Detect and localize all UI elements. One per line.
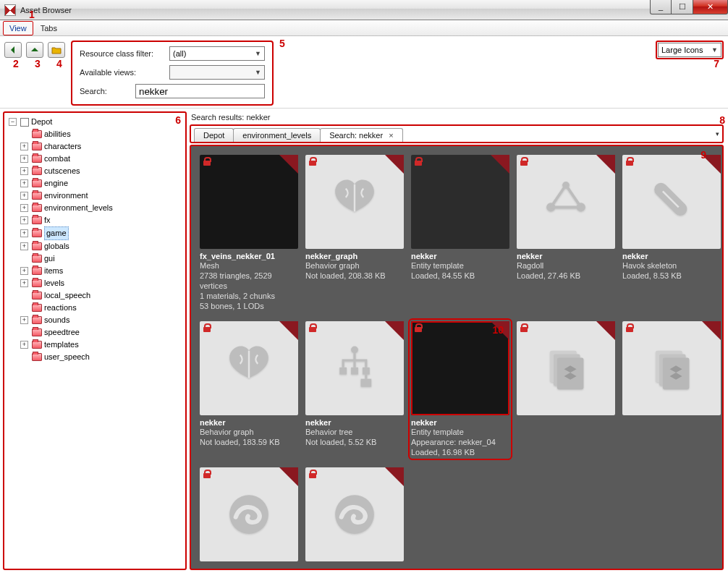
callout-3: 3 bbox=[35, 58, 41, 69]
window-minimize-button[interactable]: _ bbox=[650, 0, 672, 14]
tree-item[interactable]: user_speech bbox=[20, 351, 182, 363]
tree-item[interactable]: +globals bbox=[20, 240, 182, 252]
search-input[interactable] bbox=[135, 84, 265, 98]
asset-name: nekker bbox=[622, 252, 721, 260]
menubar: View Tabs bbox=[0, 20, 728, 36]
asset-thumbnail bbox=[411, 155, 509, 249]
callout-2: 2 bbox=[13, 58, 19, 69]
corner-tag bbox=[279, 467, 298, 486]
folder-icon bbox=[32, 328, 42, 336]
tree-item[interactable]: +levels bbox=[20, 277, 182, 289]
tree-item[interactable]: +game bbox=[20, 226, 182, 240]
window-maximize-button[interactable]: ☐ bbox=[672, 0, 693, 14]
lock-icon bbox=[203, 470, 211, 478]
tree-item[interactable]: speedtree bbox=[20, 326, 182, 339]
asset-thumbnail bbox=[622, 155, 721, 249]
corner-tag bbox=[491, 321, 509, 340]
asset-card[interactable]: fx_veins_nekker_01Mesh2738 triangles, 25… bbox=[200, 155, 298, 311]
folder-tree[interactable]: − Depot abilities+characters+combat+cuts… bbox=[7, 116, 182, 363]
folder-icon bbox=[32, 267, 42, 275]
lock-icon bbox=[203, 157, 211, 166]
tree-item[interactable]: +engine bbox=[20, 177, 182, 190]
asset-card[interactable]: nekkerHavok skeletonLoaded, 8.53 KB bbox=[622, 155, 721, 311]
tree-item[interactable]: +templates bbox=[20, 339, 182, 351]
tree-item[interactable]: abilities bbox=[20, 128, 182, 140]
nav-back-button[interactable] bbox=[4, 42, 22, 58]
asset-card[interactable]: nekkerEntity templateLoaded, 84.55 KB bbox=[411, 155, 509, 311]
tab[interactable]: environment_levels bbox=[233, 128, 321, 142]
asset-detail: 2738 triangles, 2529 vertices bbox=[200, 271, 298, 291]
asset-status: Not loaded, 183.59 KB bbox=[200, 437, 298, 447]
folder-icon bbox=[32, 179, 42, 187]
folder-icon bbox=[32, 204, 42, 212]
asset-grid[interactable]: 9 fx_veins_nekker_01Mesh2738 triangles, … bbox=[190, 145, 724, 570]
asset-card[interactable]: nekker_graphBehavior graphNot loaded, 20… bbox=[305, 155, 404, 311]
tree-expander[interactable]: + bbox=[20, 143, 28, 150]
asset-thumbnail bbox=[305, 321, 404, 415]
view-size-select[interactable]: Large Icons ▼ bbox=[658, 43, 721, 57]
tree-item[interactable]: +sounds bbox=[20, 314, 182, 326]
tab-close-icon[interactable]: × bbox=[389, 131, 393, 140]
tree-item[interactable]: +characters bbox=[20, 140, 182, 153]
tree-expander[interactable]: − bbox=[9, 118, 17, 126]
tree-item[interactable]: gui bbox=[20, 252, 182, 265]
tree-item-label: gui bbox=[44, 252, 55, 265]
resource-class-label: Resource class filter: bbox=[80, 49, 165, 58]
tab-overflow-icon[interactable]: ▾ bbox=[716, 130, 719, 137]
asset-card[interactable] bbox=[622, 321, 721, 457]
asset-type: Behavior graph bbox=[200, 427, 298, 437]
tree-expander[interactable]: + bbox=[20, 204, 28, 212]
tree-item[interactable]: local_speech bbox=[20, 289, 182, 302]
tree-item-label: local_speech bbox=[44, 289, 90, 302]
tree-item-label: fx bbox=[44, 214, 51, 226]
asset-type: Entity template bbox=[411, 260, 509, 271]
asset-type: Behavior graph bbox=[305, 260, 404, 271]
tab-strip: Depotenvironment_levelsSearch: nekker× ▾… bbox=[190, 124, 724, 143]
asset-card[interactable]: nekkerBehavior treeNot loaded, 5.52 KB bbox=[305, 321, 404, 457]
tree-expander[interactable]: + bbox=[20, 179, 28, 187]
tree-expander[interactable]: + bbox=[20, 167, 28, 175]
window-close-button[interactable]: ✕ bbox=[693, 0, 728, 14]
asset-card[interactable] bbox=[305, 467, 404, 561]
tree-expander[interactable]: + bbox=[20, 155, 28, 163]
tab[interactable]: Search: nekker× bbox=[320, 128, 402, 142]
lock-icon bbox=[203, 323, 211, 332]
asset-card[interactable]: nekkerRagdollLoaded, 27.46 KB bbox=[517, 155, 615, 311]
asset-card[interactable]: 10nekkerEntity templateAppearance: nekke… bbox=[411, 321, 509, 457]
tree-expander[interactable]: + bbox=[20, 279, 28, 287]
open-folder-button[interactable] bbox=[48, 42, 65, 58]
tree-item-label: sounds bbox=[44, 314, 69, 326]
tree-expander bbox=[20, 328, 28, 336]
tree-expander[interactable]: + bbox=[20, 229, 28, 237]
chevron-down-icon: ▼ bbox=[255, 50, 261, 57]
nav-up-button[interactable] bbox=[26, 42, 43, 58]
tab[interactable]: Depot bbox=[194, 128, 234, 142]
menu-view[interactable]: View bbox=[3, 21, 33, 35]
asset-detail: Appearance: nekker_04 bbox=[411, 437, 509, 447]
tree-expander[interactable]: + bbox=[20, 242, 28, 250]
tree-expander[interactable]: + bbox=[20, 341, 28, 349]
tree-item[interactable]: reactions bbox=[20, 302, 182, 314]
tree-item[interactable]: +items bbox=[20, 265, 182, 277]
tree-expander[interactable]: + bbox=[20, 192, 28, 200]
folder-icon bbox=[32, 341, 42, 349]
asset-card[interactable]: nekkerBehavior graphNot loaded, 183.59 K… bbox=[200, 321, 298, 457]
tree-expander[interactable]: + bbox=[20, 267, 28, 275]
tree-expander[interactable]: + bbox=[20, 316, 28, 324]
asset-name: nekker_graph bbox=[305, 252, 404, 260]
folder-icon bbox=[32, 216, 42, 224]
tree-item[interactable]: +environment_levels bbox=[20, 202, 182, 214]
tree-item[interactable]: +environment bbox=[20, 190, 182, 202]
lock-icon bbox=[414, 157, 423, 166]
asset-card[interactable] bbox=[517, 321, 615, 457]
tree-item[interactable]: +cutscenes bbox=[20, 165, 182, 177]
tree-item[interactable]: +fx bbox=[20, 214, 182, 226]
tree-expander bbox=[20, 255, 28, 263]
tree-root-label[interactable]: Depot bbox=[31, 116, 52, 128]
tree-expander[interactable]: + bbox=[20, 216, 28, 224]
resource-class-select[interactable]: (all) ▼ bbox=[169, 46, 265, 61]
tree-item[interactable]: +combat bbox=[20, 153, 182, 165]
asset-card[interactable] bbox=[200, 467, 298, 561]
available-views-select[interactable]: ▼ bbox=[169, 65, 265, 80]
menu-tabs[interactable]: Tabs bbox=[35, 22, 63, 35]
